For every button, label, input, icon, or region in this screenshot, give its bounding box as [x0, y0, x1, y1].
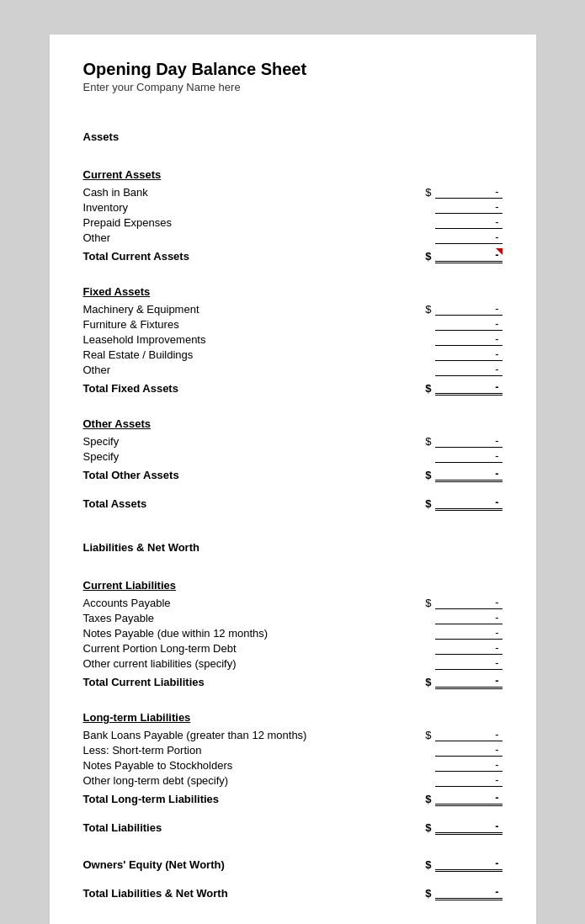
total-current-assets-dollar: $ [425, 250, 431, 263]
row-value: - [435, 231, 503, 244]
fixed-assets-rows: Machinery & Equipment$-Furniture & Fixtu… [83, 301, 503, 377]
current-liabilities-header: Current Liabilities [83, 579, 503, 592]
row-label: Machinery & Equipment [83, 303, 368, 316]
total-liabilities-value: - [435, 820, 503, 835]
dollar-sign: $ [425, 729, 431, 741]
total-liabilities-net-worth-label: Total Liabilities & Net Worth [83, 887, 368, 900]
row-label: Specify [83, 450, 368, 463]
total-liabilities-label: Total Liabilities [83, 821, 368, 834]
row-value: - [435, 611, 503, 624]
current-liabilities-rows: Accounts Payable$-Taxes Payable-Notes Pa… [83, 595, 503, 671]
list-item: Other current liabilities (specify)- [83, 656, 503, 671]
list-item: Accounts Payable$- [83, 595, 503, 610]
total-other-assets-label: Total Other Assets [83, 469, 368, 481]
list-item: Prepaid Expenses- [83, 215, 503, 230]
dollar-sign: $ [425, 186, 431, 199]
row-value: - [435, 317, 503, 331]
row-label: Prepaid Expenses [83, 216, 368, 229]
row-label: Other long-term debt (specify) [83, 774, 368, 787]
total-longterm-liabilities-value: - [435, 791, 503, 806]
total-longterm-liabilities-row: Total Long-term Liabilities $ - [83, 789, 503, 808]
total-assets-row: Total Assets $ - [83, 494, 503, 512]
row-value: - [435, 449, 503, 463]
owners-equity-row: Owners' Equity (Net Worth) $ - [83, 855, 503, 874]
list-item: Real Estate / Buildings- [83, 347, 503, 362]
row-label: Accounts Payable [83, 597, 368, 609]
total-longterm-liabilities-dollar: $ [425, 793, 431, 805]
row-value: - [435, 596, 503, 609]
row-label: Real Estate / Buildings [83, 348, 368, 361]
list-item: Specify- [83, 449, 503, 464]
owners-equity-value: - [435, 857, 503, 872]
row-label: Notes Payable to Stockholders [83, 759, 368, 772]
row-value: - [435, 743, 503, 757]
owners-equity-dollar: $ [425, 858, 431, 871]
list-item: Specify$- [83, 433, 503, 449]
list-item: Other- [83, 230, 503, 245]
dollar-sign: $ [425, 597, 431, 609]
row-value: - [435, 332, 503, 346]
row-label: Notes Payable (due within 12 months) [83, 627, 368, 640]
longterm-liabilities-header: Long-term Liabilities [83, 711, 503, 724]
total-assets-label: Total Assets [83, 497, 368, 510]
longterm-liabilities-rows: Bank Loans Payable (greater than 12 mont… [83, 727, 503, 788]
total-longterm-liabilities-label: Total Long-term Liabilities [83, 793, 368, 805]
row-value: - [435, 434, 503, 448]
row-value: - [435, 363, 503, 376]
total-current-liabilities-row: Total Current Liabilities $ - [83, 672, 503, 691]
company-name: Enter your Company Name here [83, 81, 503, 93]
row-label: Other current liabilities (specify) [83, 657, 368, 670]
row-value: - [435, 728, 503, 741]
row-value: - [435, 773, 503, 787]
assets-header: Assets [83, 130, 503, 143]
row-value: - [435, 200, 503, 214]
row-value: - [435, 348, 503, 361]
list-item: Inventory- [83, 199, 503, 215]
total-fixed-assets-row: Total Fixed Assets $ - [83, 379, 503, 397]
total-liabilities-dollar: $ [425, 821, 431, 834]
total-other-assets-dollar: $ [425, 469, 431, 481]
owners-equity-label: Owners' Equity (Net Worth) [83, 858, 368, 871]
row-value: - [435, 626, 503, 640]
row-label: Leasehold Improvements [83, 333, 368, 346]
list-item: Cash in Bank$- [83, 184, 503, 199]
row-label: Other [83, 231, 368, 244]
total-current-assets-value: - [435, 248, 503, 263]
total-liabilities-net-worth-row: Total Liabilities & Net Worth $ - [83, 884, 503, 902]
total-liabilities-row: Total Liabilities $ - [83, 818, 503, 836]
total-liabilities-net-worth-dollar: $ [425, 887, 431, 900]
row-value: - [435, 758, 503, 772]
row-value: - [435, 302, 503, 316]
balance-sheet-page: Opening Day Balance Sheet Enter your Com… [49, 34, 537, 924]
row-label: Specify [83, 435, 368, 448]
list-item: Taxes Payable- [83, 610, 503, 625]
current-assets-rows: Cash in Bank$-Inventory-Prepaid Expenses… [83, 184, 503, 245]
total-other-assets-value: - [435, 467, 503, 482]
row-value: - [435, 641, 503, 655]
row-label: Cash in Bank [83, 186, 368, 199]
liabilities-net-worth-header: Liabilities & Net Worth [83, 541, 503, 554]
other-assets-header: Other Assets [83, 417, 503, 430]
other-assets-rows: Specify$-Specify- [83, 433, 503, 464]
row-value: - [435, 185, 503, 199]
list-item: Other- [83, 362, 503, 377]
total-current-assets-row: Total Current Assets $ - [83, 247, 503, 265]
list-item: Leasehold Improvements- [83, 332, 503, 347]
list-item: Machinery & Equipment$- [83, 301, 503, 316]
current-assets-header: Current Assets [83, 168, 503, 181]
list-item: Current Portion Long-term Debt- [83, 640, 503, 656]
row-value: - [435, 215, 503, 229]
row-value: - [435, 656, 503, 670]
total-assets-value: - [435, 496, 503, 511]
list-item: Furniture & Fixtures- [83, 316, 503, 332]
row-label: Furniture & Fixtures [83, 318, 368, 331]
row-label: Inventory [83, 201, 368, 214]
total-current-assets-label: Total Current Assets [83, 250, 368, 263]
total-assets-dollar: $ [425, 497, 431, 510]
row-label: Taxes Payable [83, 612, 368, 624]
total-current-liabilities-dollar: $ [425, 676, 431, 688]
total-fixed-assets-value: - [435, 380, 503, 396]
list-item: Less: Short-term Portion- [83, 742, 503, 757]
total-current-liabilities-value: - [435, 674, 503, 689]
page-title: Opening Day Balance Sheet [83, 60, 503, 79]
